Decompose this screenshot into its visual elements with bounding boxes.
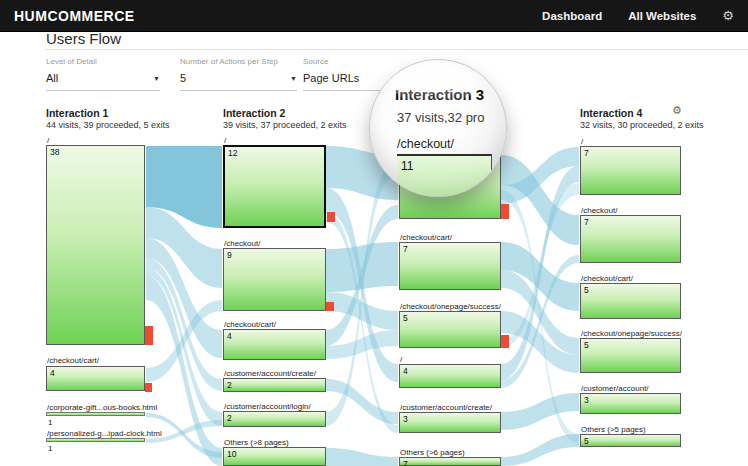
node-value: 7 xyxy=(584,217,589,227)
node-label: /checkout/onepage/success/ xyxy=(400,302,501,311)
node-value: 5 xyxy=(584,285,589,295)
nav-all-websites[interactable]: All Websites xyxy=(628,10,696,22)
node-value: 4 xyxy=(403,366,408,376)
node-label: /customer/account/login/ xyxy=(224,402,311,411)
filter-value: All xyxy=(46,72,58,84)
node-value: 10 xyxy=(227,449,236,459)
node-value: 3 xyxy=(403,414,408,424)
flow-node[interactable]: 4 xyxy=(223,329,326,360)
node-label: /checkout/ xyxy=(224,239,260,248)
node-value: 12 xyxy=(228,148,237,158)
node-label: /customer/account/create/ xyxy=(400,403,492,412)
node-value: 2 xyxy=(227,380,232,390)
node-label: /checkout/cart/ xyxy=(581,274,633,283)
node-value: 4 xyxy=(227,331,232,341)
filter-level-of-detail[interactable]: Level of Detail All ▼ xyxy=(46,57,160,91)
node-value: 1 xyxy=(48,444,52,453)
nav-dashboard[interactable]: Dashboard xyxy=(542,10,602,22)
flow-node[interactable]: 3 xyxy=(580,393,681,414)
lens-node-value: 11 xyxy=(401,159,413,173)
node-label: / xyxy=(47,136,49,145)
filter-label: Level of Detail xyxy=(46,57,160,66)
flow-node[interactable]: 38 xyxy=(46,145,145,345)
exit-marker xyxy=(327,212,335,222)
node-value: 9 xyxy=(227,250,232,260)
header-nav: Dashboard All Websites ⚙ xyxy=(542,9,734,22)
node-value: 38 xyxy=(50,147,59,157)
node-label: /customer/account/create/ xyxy=(224,369,316,378)
page-title: Users Flow xyxy=(46,30,121,47)
node-label: / xyxy=(400,355,402,364)
chevron-down-icon: ▼ xyxy=(153,75,160,82)
node-label: /checkout/cart/ xyxy=(224,320,276,329)
exit-marker xyxy=(145,383,152,392)
node-label: Others (>8 pages) xyxy=(224,438,289,447)
node-value: 5 xyxy=(403,313,408,323)
node-value: 3 xyxy=(584,395,589,405)
gear-icon[interactable]: ⚙ xyxy=(722,9,734,22)
column-gear-icon[interactable]: ⚙ xyxy=(672,104,682,117)
lens-column-subtitle: 37 visits,32 pro xyxy=(397,110,484,125)
flow-node[interactable]: 4 xyxy=(399,364,501,388)
exit-marker xyxy=(326,302,334,311)
flow-node[interactable]: 9 xyxy=(223,248,326,311)
exit-marker xyxy=(501,335,509,348)
column-title: Interaction 4 xyxy=(580,107,642,119)
node-label: /customer/account/ xyxy=(581,384,649,393)
column-title: Interaction 2 xyxy=(223,107,285,119)
flow-node[interactable]: 7 xyxy=(580,215,681,263)
flow-node[interactable]: 5 xyxy=(580,434,681,447)
node-label: Others (>6 pages) xyxy=(400,448,465,457)
flow-node[interactable]: 5 xyxy=(580,338,681,373)
filter-value: Page URLs xyxy=(303,72,359,84)
node-label: /personalized-g...ipad-clock.html xyxy=(47,429,162,438)
flow-node[interactable]: 7 xyxy=(399,457,501,466)
flow-node[interactable]: 5 xyxy=(580,283,681,319)
flow-node[interactable] xyxy=(46,412,145,416)
flow-node[interactable]: 4 xyxy=(46,366,145,391)
brand-logo: HUMCOMMERCE xyxy=(14,8,135,24)
node-value: 1 xyxy=(48,418,52,427)
flow-node[interactable]: 7 xyxy=(399,242,501,290)
flow-node[interactable] xyxy=(46,438,145,442)
flow-node[interactable]: 5 xyxy=(399,311,501,348)
node-label: / xyxy=(581,137,583,146)
node-label: / xyxy=(224,136,226,145)
node-label: /corporate-gift...ous-books.html xyxy=(47,403,157,412)
node-label: /checkout/ xyxy=(581,206,617,215)
node-value: 7 xyxy=(584,148,589,158)
node-value: 4 xyxy=(50,368,55,378)
node-value: 2 xyxy=(227,413,232,423)
lens-node-label: /checkout/ xyxy=(397,137,454,151)
column-title: Interaction 1 xyxy=(46,107,108,119)
node-value: 7 xyxy=(403,244,408,254)
flow-node[interactable]: 3 xyxy=(399,412,501,433)
flow-node[interactable]: 2 xyxy=(223,378,326,392)
column-subtitle: 39 visits, 37 proceeded, 2 exits xyxy=(223,120,347,130)
filter-actions-per-step[interactable]: Number of Actions per Step 5 ▼ xyxy=(180,57,297,91)
column-subtitle: 44 visits, 39 proceeded, 5 exits xyxy=(46,120,170,130)
node-label: Others (>5 pages) xyxy=(581,425,646,434)
flow-node-selected[interactable]: 12 xyxy=(223,145,326,228)
node-value: 5 xyxy=(584,340,589,350)
app-header: HUMCOMMERCE Dashboard All Websites ⚙ xyxy=(0,0,748,32)
flow-node[interactable]: 10 xyxy=(223,447,326,466)
magnifier-lens: Interaction 3 37 visits,32 pro /checkout… xyxy=(369,59,507,197)
column-subtitle: 32 visits, 30 proceeded, 2 exits xyxy=(580,120,704,130)
flow-node[interactable]: 7 xyxy=(580,146,681,195)
node-label: /checkout/cart/ xyxy=(400,233,452,242)
node-value: 5 xyxy=(584,436,589,446)
filter-label: Number of Actions per Step xyxy=(180,57,297,66)
exit-marker xyxy=(501,204,509,219)
node-value: 7 xyxy=(403,459,408,466)
chevron-down-icon: ▼ xyxy=(290,75,297,82)
exit-marker xyxy=(145,326,153,345)
node-label: /checkout/cart/ xyxy=(47,356,99,365)
lens-column-title: Interaction 3 xyxy=(395,86,484,103)
filter-value: 5 xyxy=(180,72,186,84)
node-label: /checkout/onepage/success/ xyxy=(581,329,682,338)
flow-node[interactable]: 2 xyxy=(223,411,326,427)
